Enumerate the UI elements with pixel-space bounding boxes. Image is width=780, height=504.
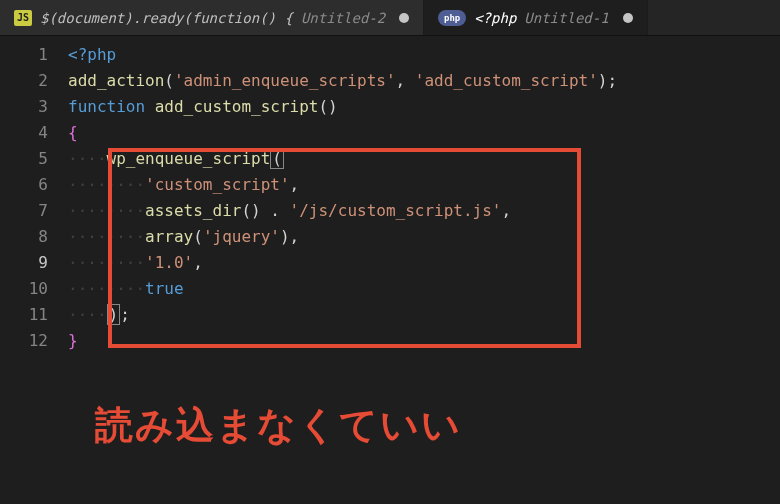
code-line[interactable]: ········true	[68, 276, 780, 302]
php-icon: php	[438, 10, 466, 26]
code-line[interactable]: ········'1.0',	[68, 250, 780, 276]
code-line[interactable]: ····wp_enqueue_script(	[68, 146, 780, 172]
line-number: 10	[0, 276, 48, 302]
code-line[interactable]: <?php	[68, 42, 780, 68]
code-line[interactable]: function add_custom_script()	[68, 94, 780, 120]
line-number: 11	[0, 302, 48, 328]
code-line[interactable]: {	[68, 120, 780, 146]
code-line[interactable]: ····);	[68, 302, 780, 328]
tab-title: Untitled-1	[524, 10, 608, 26]
dirty-indicator-icon	[623, 13, 633, 23]
dirty-indicator-icon	[399, 13, 409, 23]
annotation-caption: 読み込まなくていい	[95, 400, 462, 451]
code-editor[interactable]: 1 2 3 4 5 6 7 8 9 10 11 12 <?php add_act…	[0, 36, 780, 354]
code-line[interactable]: ········assets_dir() . '/js/custom_scrip…	[68, 198, 780, 224]
line-number: 3	[0, 94, 48, 120]
js-icon: JS	[14, 10, 32, 26]
line-number: 2	[0, 68, 48, 94]
line-number-gutter: 1 2 3 4 5 6 7 8 9 10 11 12	[0, 42, 68, 354]
tab-untitled-2[interactable]: JS $(document).ready(function() { Untitl…	[0, 0, 424, 35]
tab-bar: JS $(document).ready(function() { Untitl…	[0, 0, 780, 36]
code-area[interactable]: <?php add_action('admin_enqueue_scripts'…	[68, 42, 780, 354]
tab-filename: <?php	[474, 10, 516, 26]
line-number: 9	[0, 250, 48, 276]
tab-title: Untitled-2	[301, 10, 385, 26]
line-number: 5	[0, 146, 48, 172]
code-line[interactable]: ········array('jquery'),	[68, 224, 780, 250]
line-number: 7	[0, 198, 48, 224]
code-line[interactable]: }	[68, 328, 780, 354]
line-number: 8	[0, 224, 48, 250]
tab-filename: $(document).ready(function() {	[40, 10, 293, 26]
line-number: 4	[0, 120, 48, 146]
line-number: 12	[0, 328, 48, 354]
tab-untitled-1[interactable]: php <?php Untitled-1	[424, 0, 647, 35]
code-line[interactable]: ········'custom_script',	[68, 172, 780, 198]
line-number: 6	[0, 172, 48, 198]
code-line[interactable]: add_action('admin_enqueue_scripts', 'add…	[68, 68, 780, 94]
line-number: 1	[0, 42, 48, 68]
